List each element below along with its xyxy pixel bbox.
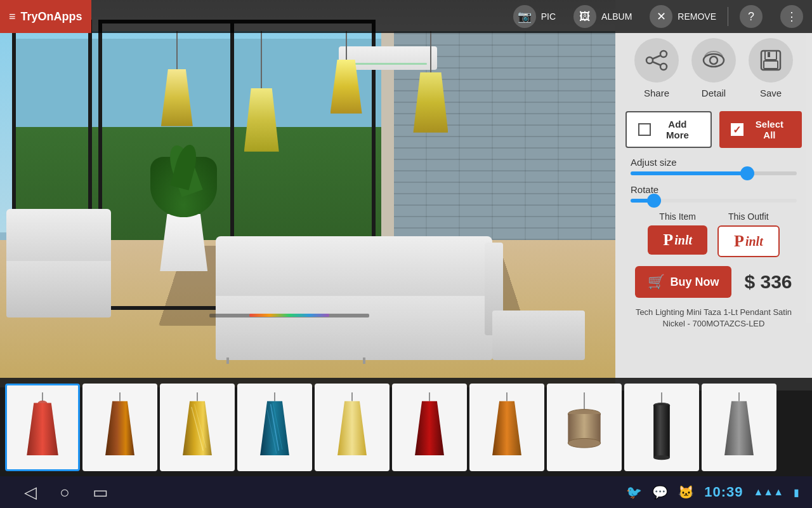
select-all-button[interactable]: ✓ Select All [719,111,802,148]
thumbnail-6[interactable] [392,384,467,471]
remove-label: REMOVE [678,11,716,22]
help-icon: ? [740,5,763,28]
menu-icon[interactable]: ≡ [9,10,16,23]
svg-rect-37 [653,405,670,458]
status-bar: ◁ ○ ▭ 🐦 💬 🐱 10:39 ▲▲▲ ▮ [0,476,812,508]
thumbnail-3[interactable] [160,384,235,471]
thumbnail-9[interactable] [624,384,699,471]
top-bar: ≡ TryOnApps 📷 PIC 🖼 ALBUM ✕ REMOVE ? ⋮ [0,0,812,33]
this-outfit-section: This Outfit P inlt [717,211,780,257]
more-button[interactable]: ⋮ [771,1,812,32]
rotate-section: Rotate [625,184,802,203]
thumbnail-8[interactable] [547,384,622,471]
svg-rect-10 [768,52,770,57]
select-row: Add More ✓ Select All [625,111,802,148]
rotate-track[interactable] [631,199,797,203]
back-button[interactable]: ◁ [13,483,48,502]
svg-line-4 [653,62,660,65]
svg-marker-13 [27,403,58,455]
thumbnail-4[interactable] [237,384,312,471]
detail-icon [691,38,736,83]
save-icon [749,38,793,83]
album-button[interactable]: 🖼 ALBUM [565,1,641,32]
thumbnail-bar [0,378,812,476]
divider [728,7,728,26]
this-item-label: This Item [659,211,696,222]
select-all-label: Select All [749,119,790,140]
cat-icon[interactable]: 🐱 [678,485,694,500]
more-icon: ⋮ [780,5,803,28]
album-icon: 🖼 [573,5,596,28]
remove-icon: ✕ [650,5,672,28]
app-logo[interactable]: ≡ TryOnApps [0,0,91,33]
right-panel: Share Detail Save [615,0,812,391]
svg-point-6 [710,57,717,64]
svg-marker-30 [492,401,521,455]
battery-icon: ▮ [794,486,799,498]
thumbnail-7[interactable] [469,384,544,471]
this-item-section: This Item P inlt [648,211,707,257]
share-icon [634,38,679,83]
thumbnail-10[interactable] [702,384,776,471]
svg-rect-8 [765,51,776,60]
buy-now-button[interactable]: 🛒 Buy Now [635,266,731,298]
rotate-thumb[interactable] [647,194,661,208]
pic-button[interactable]: 📷 PIC [504,1,565,32]
detail-button[interactable]: Detail [691,38,736,98]
select-all-checkbox: ✓ [731,123,743,136]
pinit-item-button[interactable]: P inlt [648,225,707,255]
svg-point-0 [660,51,667,57]
pic-label: PIC [541,11,556,22]
thumbnail-2[interactable] [82,384,157,471]
home-button[interactable]: ○ [48,483,81,502]
svg-marker-15 [105,401,134,455]
adjust-size-fill [631,171,743,175]
action-buttons-row: Share Detail Save [634,38,793,98]
adjust-size-thumb[interactable] [740,166,754,180]
save-label: Save [760,88,782,98]
help-button[interactable]: ? [731,1,771,32]
svg-point-34 [568,438,600,448]
svg-point-38 [653,455,670,460]
adjust-size-track[interactable] [631,171,797,175]
svg-rect-9 [764,61,778,69]
svg-marker-26 [337,401,367,455]
main-scene [0,0,615,387]
wifi-icon: ▲▲▲ [753,486,783,498]
clock: 10:39 [704,484,743,500]
svg-marker-40 [724,401,754,455]
app-name: TryOnApps [21,10,82,23]
thumbnail-5[interactable] [315,384,390,471]
cart-icon: 🛒 [648,274,665,290]
add-more-label: Add More [656,119,699,140]
buy-section: 🛒 Buy Now $ 336 [625,266,802,298]
buy-now-label: Buy Now [670,276,719,289]
pinit-row: This Item P inlt This Outfit P inlt [625,211,802,257]
adjust-size-section: Adjust size [625,157,802,175]
this-outfit-label: This Outfit [728,211,769,222]
twitter-icon[interactable]: 🐦 [626,485,642,500]
chat-icon[interactable]: 💬 [652,485,668,500]
adjust-size-label: Adjust size [631,157,797,168]
svg-point-1 [646,57,653,64]
add-more-button[interactable]: Add More [625,111,712,148]
save-button[interactable]: Save [749,38,793,98]
recents-button[interactable]: ▭ [81,483,120,502]
camera-icon: 📷 [513,5,536,28]
pinit-outfit-button[interactable]: P inlt [717,225,780,257]
detail-label: Detail [702,88,726,98]
svg-line-3 [653,56,660,59]
thumbnail-1[interactable] [5,384,80,471]
remove-button[interactable]: ✕ REMOVE [641,1,725,32]
svg-marker-28 [415,401,444,455]
add-more-checkbox [638,123,651,136]
album-label: ALBUM [601,11,632,22]
svg-point-2 [660,64,667,70]
status-icons: 🐦 💬 🐱 10:39 ▲▲▲ ▮ [626,484,799,500]
share-label: Share [644,88,669,98]
share-button[interactable]: Share [634,38,679,98]
product-name: Tech Lighting Mini Taza 1-Lt Pendant Sat… [628,307,799,330]
price-display: $ 336 [744,271,792,293]
